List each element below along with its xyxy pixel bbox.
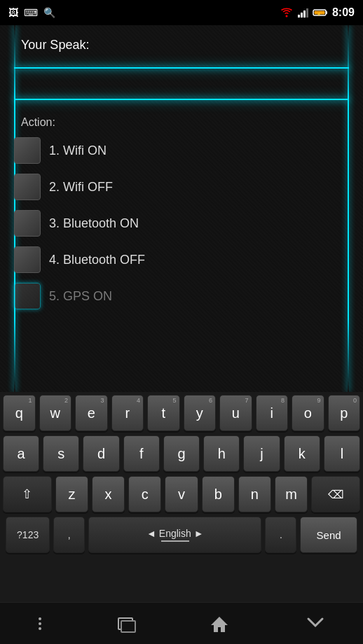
key-m[interactable]: m (275, 476, 308, 512)
svg-text:⚡: ⚡ (317, 12, 322, 17)
key-a[interactable]: a (3, 435, 39, 472)
key-g[interactable]: g (163, 435, 200, 472)
menu-button[interactable] (39, 617, 41, 630)
keyboard-rows: q1 w2 e3 r4 t5 y6 u7 i8 o9 p0 a s d f g … (0, 392, 363, 556)
list-item[interactable]: 5. GPS ON (14, 283, 349, 309)
key-p[interactable]: p0 (328, 395, 361, 431)
send-key[interactable]: Send (300, 517, 357, 553)
keyboard-row-3: ⇧ z x c v b n m ⌫ (3, 476, 360, 512)
list-item[interactable]: 3. Bluetooth ON (14, 210, 349, 237)
home-button[interactable] (210, 614, 229, 634)
key-x[interactable]: x (92, 476, 125, 512)
status-bar-left: 🖼 ⌨ 🔍 (8, 7, 55, 18)
svg-rect-4 (306, 8, 308, 18)
key-s[interactable]: s (43, 435, 79, 472)
num123-key[interactable]: ?123 (6, 517, 50, 553)
keyboard-bottom-row: ?123 , ◄ English ► . Send (3, 517, 360, 553)
recents-icon (118, 617, 133, 630)
recents-button[interactable] (118, 617, 133, 630)
svg-rect-2 (301, 13, 303, 18)
space-label: ◄ English ► (146, 528, 203, 542)
key-e[interactable]: e3 (75, 395, 108, 431)
key-q[interactable]: q1 (3, 395, 36, 431)
key-z[interactable]: z (55, 476, 88, 512)
key-h[interactable]: h (203, 435, 240, 472)
space-key[interactable]: ◄ English ► (88, 517, 261, 553)
key-o[interactable]: o9 (292, 395, 324, 431)
key-v[interactable]: v (165, 476, 198, 512)
action-checkbox-1[interactable] (14, 137, 41, 164)
key-b[interactable]: b (202, 476, 235, 512)
svg-rect-1 (298, 15, 300, 18)
key-u[interactable]: u7 (219, 395, 252, 431)
signal-icon (297, 8, 308, 18)
key-i[interactable]: i8 (256, 395, 289, 431)
battery-icon: ⚡ (313, 8, 328, 17)
list-item[interactable]: 2. Wifi OFF (14, 174, 349, 200)
key-t[interactable]: t5 (147, 395, 180, 431)
key-c[interactable]: c (128, 476, 161, 512)
key-r[interactable]: r4 (111, 395, 144, 431)
backspace-key[interactable]: ⌫ (311, 476, 360, 512)
svg-rect-3 (303, 10, 306, 18)
key-d[interactable]: d (83, 435, 119, 472)
status-bar: 🖼 ⌨ 🔍 ⚡ 8:09 (0, 0, 363, 25)
action-checkbox-5[interactable] (14, 283, 41, 309)
status-bar-right: ⚡ 8:09 (280, 6, 355, 19)
action-checkbox-2[interactable] (14, 174, 41, 200)
home-icon (210, 614, 229, 634)
back-button[interactable] (306, 616, 325, 631)
list-item[interactable]: 4. Bluetooth OFF (14, 246, 349, 273)
action-label: Action: (21, 116, 55, 129)
action-text-2: 2. Wifi OFF (49, 180, 113, 195)
action-text-3: 3. Bluetooth ON (49, 216, 139, 231)
shift-key[interactable]: ⇧ (3, 476, 52, 512)
action-checkbox-3[interactable] (14, 210, 41, 237)
key-y[interactable]: y6 (184, 395, 217, 431)
status-time: 8:09 (332, 6, 355, 19)
wifi-icon (280, 8, 293, 18)
key-j[interactable]: j (243, 435, 280, 472)
search-icon: 🔍 (43, 7, 55, 18)
keyboard: q1 w2 e3 r4 t5 y6 u7 i8 o9 p0 a s d f g … (0, 392, 363, 602)
keyboard-row-2: a s d f g h j k l (3, 435, 360, 472)
key-l[interactable]: l (324, 435, 360, 472)
keyboard-icon: ⌨ (24, 7, 38, 18)
action-text-4: 4. Bluetooth OFF (49, 253, 145, 267)
nav-bar (0, 602, 363, 644)
comma-key[interactable]: , (53, 517, 85, 553)
action-text-1: 1. Wifi ON (49, 144, 107, 158)
app-area: Your Speak: Action: 1. Wifi ON 2. Wifi O… (0, 25, 363, 392)
action-text-5: 5. GPS ON (49, 289, 112, 304)
svg-rect-6 (326, 11, 327, 14)
key-f[interactable]: f (123, 435, 160, 472)
svg-point-0 (285, 15, 287, 18)
list-item[interactable]: 1. Wifi ON (14, 137, 349, 164)
keyboard-row-1: q1 w2 e3 r4 t5 y6 u7 i8 o9 p0 (3, 395, 360, 431)
key-w[interactable]: w2 (39, 395, 72, 431)
three-dots-icon (39, 617, 41, 630)
action-list: 1. Wifi ON 2. Wifi OFF 3. Bluetooth ON 4… (14, 137, 349, 319)
chevron-down-icon (306, 616, 325, 629)
svg-marker-9 (211, 617, 228, 632)
period-key[interactable]: . (265, 517, 296, 553)
image-icon: 🖼 (8, 7, 18, 18)
action-checkbox-4[interactable] (14, 246, 41, 273)
key-k[interactable]: k (284, 435, 320, 472)
key-n[interactable]: n (238, 476, 271, 512)
your-speak-label: Your Speak: (21, 38, 89, 52)
space-underline-bar (161, 540, 189, 542)
